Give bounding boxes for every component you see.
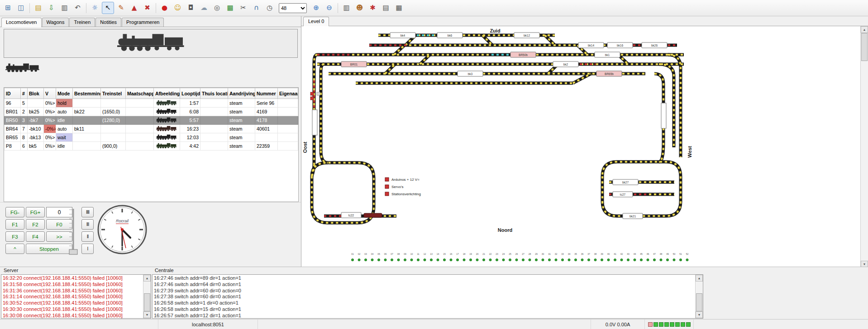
cell-eigenaar[interactable] [278,99,298,108]
cell-num[interactable]: 3 [21,116,28,125]
zoom-select[interactable]: 48 [279,3,307,13]
clock-icon[interactable]: ◷ [263,2,276,14]
f3-button[interactable]: F3 [5,231,24,242]
cell-bestemming[interactable]: bk22 [73,108,101,116]
tools-icon[interactable]: ▲ [128,2,140,14]
scroll-down-arrow[interactable]: ▼ [696,311,703,318]
cell-mode[interactable]: wait [56,133,73,142]
column-header-maatschappij[interactable]: Maatschappij [126,88,154,99]
loco-image[interactable] [154,108,180,116]
loco-table-header[interactable]: ID#BlokVModeBestemmingTreinstelMaatschap… [5,88,298,99]
sensor-26[interactable] [515,258,518,261]
sensor-24[interactable] [502,258,505,261]
sensor-52[interactable] [686,258,688,261]
sensor-29[interactable] [535,258,537,261]
f1-button[interactable]: F1 [5,219,24,230]
cell-nummer[interactable]: 4169 [255,108,278,116]
plan-scrollbar-thumb[interactable] [861,33,868,61]
virtual-icon[interactable]: ✱ [367,2,379,14]
cell-nummer[interactable] [255,133,278,142]
sensor-25[interactable] [509,258,511,261]
sensor-27[interactable] [522,258,524,261]
open-icon[interactable]: ▤ [32,2,44,14]
plan-scrollbar-track[interactable] [861,33,868,261]
cell-thuis[interactable] [200,142,228,150]
column-header-mode[interactable]: Mode [56,88,73,99]
zoom-in-icon[interactable]: ⊕ [310,2,322,14]
cell-blok[interactable]: bk5 [28,142,44,150]
loco-image[interactable] [154,116,180,125]
select-icon[interactable]: ↖ [102,2,114,14]
cell-blok[interactable] [28,99,44,108]
cell-id[interactable]: 96 [5,99,21,108]
edit-icon[interactable]: ✎ [115,2,127,14]
cloud-icon[interactable]: ☁ [198,2,210,14]
cell-v[interactable]: 0%> [44,99,56,108]
speed-step-4[interactable]: IIII [81,207,94,217]
sensor-48[interactable] [660,258,662,261]
sensor-07[interactable] [391,258,393,261]
sensor-08[interactable] [397,258,400,261]
cell-v[interactable]: 0%> [44,142,56,150]
cell-bestemming[interactable] [73,133,101,142]
cell-num[interactable]: 7 [21,125,28,133]
sensor-44[interactable] [634,258,636,261]
record-icon[interactable]: ● [158,2,171,14]
cell-id[interactable]: BR64 [5,125,21,133]
loco-row-96[interactable]: 9650%>hold1:57steamSerie 96 [5,99,298,108]
column-header-thuis-locatie[interactable]: Thuis locatie [200,88,228,99]
cell-eigenaar[interactable] [278,125,298,133]
cell-maatschappij[interactable] [126,142,154,150]
sensor-45[interactable] [640,258,642,261]
cell-thuis[interactable] [200,116,228,125]
cell-v[interactable]: 0%> [44,116,56,125]
sensor-33[interactable] [561,258,563,261]
sensor-23[interactable] [496,258,498,261]
tab-treinen[interactable]: Treinen [69,18,95,27]
sensor-47[interactable] [653,258,655,261]
cell-num[interactable]: 2 [21,108,28,116]
cell-maatschappij[interactable] [126,133,154,142]
cell-id[interactable]: BR01 [5,108,21,116]
sensor-36[interactable] [581,258,583,261]
cell-bestemming[interactable] [73,116,101,125]
users-icon[interactable]: ☻ [353,2,366,14]
column-header-afbeelding[interactable]: Afbeelding [154,88,180,99]
sensor-10[interactable] [410,258,413,261]
sensor-22[interactable] [489,258,491,261]
sensor-42[interactable] [620,258,623,261]
smiley-icon[interactable]: ☺ [172,2,184,14]
sensor-31[interactable] [548,258,550,261]
undo-icon[interactable]: ↶ [72,2,84,14]
cell-mode[interactable]: idle [56,142,73,150]
headset-icon[interactable]: ∩ [250,2,262,14]
cell-id[interactable]: BR50 [5,116,21,125]
sensor-32[interactable] [555,258,557,261]
speed-step-1[interactable]: I [81,244,94,254]
cell-mode[interactable]: auto [56,108,73,116]
stop-button[interactable]: Stoppen [26,244,72,254]
cell-looptijd[interactable]: 12:03 [180,133,200,142]
sensor-30[interactable] [542,258,544,261]
cell-thuis[interactable] [200,125,228,133]
cell-blok[interactable]: -bk7 [28,116,44,125]
sensor-18[interactable] [463,258,465,261]
cell-v[interactable]: -0%> [44,125,56,133]
column-header-v[interactable]: V [44,88,56,99]
notes-icon[interactable]: ▤ [380,2,392,14]
cell-treinstel[interactable]: (900,0) [101,142,126,150]
column-header-eigenaar[interactable]: Eigenaar [278,88,298,99]
sensor-11[interactable] [417,258,419,261]
cell-v[interactable]: 0%> [44,108,56,116]
sensor-09[interactable] [404,258,406,261]
cell-maatschappij[interactable] [126,125,154,133]
cell-aandrijving[interactable]: steam [228,125,255,133]
speed-slider[interactable] [68,206,79,260]
locate-icon[interactable]: ◎ [211,2,223,14]
cell-looptijd[interactable]: 6:08 [180,108,200,116]
column-header-aandrijving[interactable]: Aandrijving [228,88,255,99]
sensor-13[interactable] [430,258,432,261]
cell-eigenaar[interactable] [278,116,298,125]
cell-num[interactable]: 5 [21,99,28,108]
cell-treinstel[interactable]: (1650,0) [101,108,126,116]
